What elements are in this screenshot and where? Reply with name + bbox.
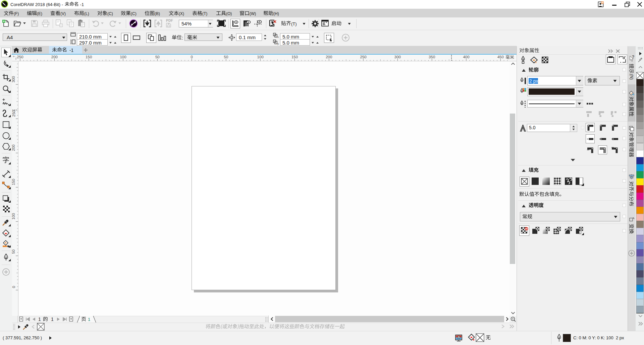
svg-text:150: 150 <box>12 179 16 185</box>
svg-text:200: 200 <box>12 145 16 151</box>
svg-text:100: 100 <box>12 213 16 219</box>
svg-text:0: 0 <box>12 286 16 288</box>
svg-text:50: 50 <box>12 250 16 254</box>
svg-text:300: 300 <box>12 76 16 82</box>
svg-text:250: 250 <box>12 110 16 117</box>
